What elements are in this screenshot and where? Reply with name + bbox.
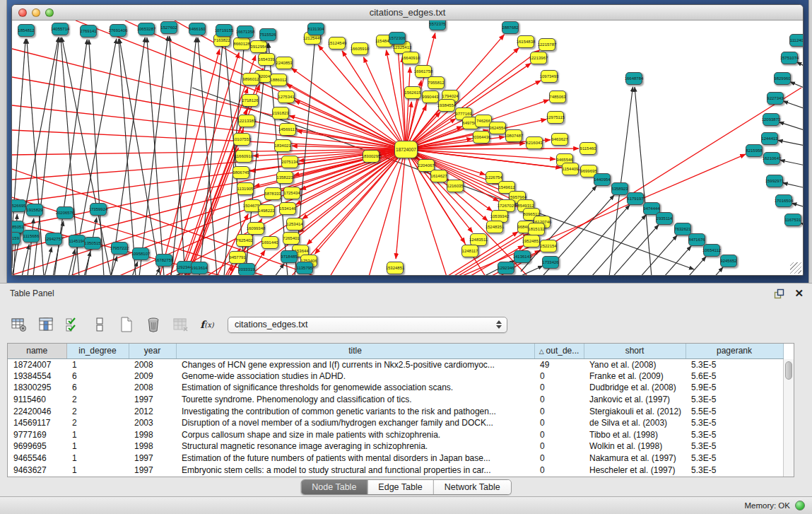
float-panel-icon[interactable] — [774, 288, 784, 299]
graph-node[interactable]: 1275341 — [278, 90, 295, 103]
graph-node[interactable]: 1915829 — [26, 204, 43, 216]
graph-node[interactable]: 10107553 — [233, 133, 250, 146]
graph-node[interactable]: 11660910 — [235, 150, 252, 163]
graph-node[interactable]: 1614627 — [430, 170, 447, 182]
graph-node[interactable]: 5572375 — [429, 21, 446, 30]
graph-node[interactable]: 8131304 — [307, 23, 324, 35]
column-header-title[interactable]: title — [176, 344, 534, 358]
graph-node[interactable]: 393159 — [12, 232, 20, 245]
graph-node[interactable]: 2887682 — [502, 21, 519, 34]
graph-node[interactable]: 1886012 — [270, 74, 287, 86]
graph-node[interactable]: 17957222 — [111, 242, 128, 255]
graph-node[interactable]: 1691440 — [261, 236, 278, 249]
table-row[interactable]: 1872400712008Changes of HCN gene express… — [8, 358, 783, 370]
graph-node[interactable]: 3624554 — [489, 122, 506, 134]
tab-edge-table[interactable]: Edge Table — [367, 480, 433, 494]
graph-node[interactable]: 9829960 — [774, 72, 791, 85]
graph-node[interactable]: 5358923 — [611, 182, 628, 195]
table-row[interactable]: 911546021997Tourette syndrome. Phenomeno… — [8, 394, 783, 406]
column-header-out_de[interactable]: △out_de... — [534, 344, 584, 358]
graph-node[interactable]: 18724007 — [394, 141, 418, 158]
graph-node[interactable]: 9115460 — [579, 142, 596, 155]
graph-node[interactable]: 1913614 — [191, 262, 208, 274]
graph-node[interactable]: 1834021 — [274, 139, 291, 152]
graph-node[interactable]: 7485063 — [549, 90, 566, 103]
graph-node[interactable]: 16782759 — [155, 254, 172, 267]
table-row[interactable]: 1830029562008Estimation of significance … — [8, 382, 783, 394]
graph-node[interactable]: 2769141 — [80, 25, 97, 37]
graph-node[interactable]: 1115686 — [23, 230, 40, 243]
graph-node[interactable]: 10654112 — [703, 244, 720, 257]
graph-node[interactable]: 9990443 — [422, 90, 439, 103]
graph-node[interactable]: 9806745 — [233, 166, 249, 179]
row-height-icon[interactable] — [90, 315, 109, 334]
graph-node[interactable]: 7632621 — [674, 223, 691, 235]
graph-node[interactable]: 1733426 — [542, 256, 559, 269]
graph-node[interactable]: 10958107 — [132, 247, 149, 260]
graph-node[interactable]: 1358223 — [276, 171, 293, 184]
graph-node[interactable]: 12093873 — [763, 113, 779, 126]
graph-node[interactable]: 12215787 — [539, 38, 555, 51]
graph-node[interactable]: 15992971 — [766, 175, 783, 187]
graph-node[interactable]: 17359924 — [90, 203, 107, 216]
graph-node[interactable]: 2935114 — [656, 212, 673, 225]
graph-node[interactable]: 9718485 — [281, 250, 298, 263]
graph-node[interactable]: 18300295 — [363, 150, 379, 163]
graph-node[interactable]: 2240853 — [276, 57, 293, 69]
graph-node[interactable]: 1562615 — [404, 86, 421, 99]
graph-node[interactable]: 1131905 — [237, 182, 254, 195]
graph-node[interactable]: 1440954 — [594, 173, 611, 186]
column-header-short[interactable]: short — [584, 344, 686, 358]
network-window-titlebar[interactable]: citations_edges.txt — [12, 5, 803, 21]
table-row[interactable]: 977716911998Corpus callosum shape and si… — [8, 429, 783, 441]
table-row[interactable]: 1456911722003Disruption of a novel membe… — [8, 417, 783, 429]
graph-node[interactable]: 1248117 — [461, 245, 478, 257]
table-row[interactable]: 1938455462009Genome-wide association stu… — [8, 370, 783, 382]
memory-status-indicator[interactable] — [795, 501, 805, 510]
graph-node[interactable]: 6216043 — [526, 136, 543, 149]
graph-node[interactable]: 16210643 — [763, 152, 780, 165]
delete-column-icon[interactable] — [144, 315, 163, 334]
graph-node[interactable]: 1292346 — [498, 262, 514, 274]
graph-node[interactable]: 6179197 — [627, 192, 644, 205]
network-table-selector[interactable]: citations_edges.txt — [228, 317, 507, 333]
graph-node[interactable]: 10653287 — [138, 23, 155, 35]
close-panel-icon[interactable]: ✕ — [794, 288, 804, 298]
graph-node[interactable]: 20206576 — [57, 206, 73, 219]
graph-node[interactable]: 5878333 — [264, 187, 281, 200]
table-row[interactable]: 946362711997Embryonic stem cells: a mode… — [8, 464, 783, 476]
graph-node[interactable]: 1253414 — [286, 218, 303, 230]
graph-node[interactable]: 1854812 — [18, 24, 35, 37]
graph-node[interactable]: 6466160 — [189, 23, 206, 35]
column-header-name[interactable]: name — [8, 344, 66, 358]
graph-node[interactable]: 2033319 — [238, 263, 255, 275]
graph-node[interactable]: 1534146 — [279, 202, 296, 215]
graph-node[interactable]: 10719155 — [216, 24, 233, 37]
graph-node[interactable]: 19384554 — [438, 99, 455, 112]
graph-node[interactable]: 1654339 — [258, 53, 275, 66]
table-row[interactable]: 969969511998Structural magnetic resonanc… — [8, 440, 783, 452]
graph-node[interactable]: 16099348 — [247, 222, 264, 235]
graph-node[interactable]: 1725434 — [283, 187, 300, 199]
graph-node[interactable]: 10807487 — [505, 129, 522, 142]
graph-node[interactable]: 16671358 — [237, 25, 254, 38]
network-view-canvas[interactable]: 7163822866012839129541654339224200469896… — [12, 21, 803, 275]
create-column-icon[interactable] — [117, 315, 136, 334]
graph-node[interactable]: 1815132 — [528, 223, 545, 235]
graph-node[interactable]: 7625402 — [236, 234, 253, 247]
graph-node[interactable]: 14569117 — [279, 123, 296, 136]
graph-node[interactable]: 2191823 — [272, 107, 289, 119]
table-row[interactable]: 946554611997Estimation of the future num… — [8, 452, 783, 465]
graph-node[interactable]: 16648784 — [625, 72, 642, 85]
graph-node[interactable]: 12213383 — [238, 115, 255, 127]
graph-node[interactable]: 1167531 — [784, 214, 801, 226]
table-scrollbar-thumb[interactable] — [785, 361, 792, 380]
graph-node[interactable]: 12213967 — [530, 52, 547, 64]
delete-table-icon[interactable] — [171, 315, 189, 334]
graph-node[interactable]: 1244413 — [761, 132, 778, 145]
graph-node[interactable]: 2522154 — [540, 240, 557, 252]
graph-node[interactable]: 7515526 — [259, 28, 276, 41]
graph-node[interactable]: 16154838 — [517, 35, 534, 48]
graph-node[interactable]: 8660128 — [233, 37, 250, 50]
graph-node[interactable]: 1216035 — [447, 180, 464, 192]
